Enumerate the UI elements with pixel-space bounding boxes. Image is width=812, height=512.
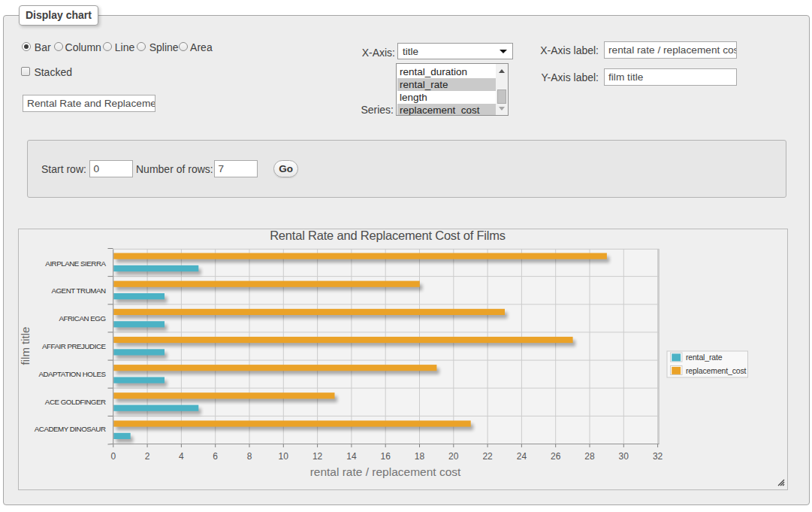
svg-text:8: 8 (247, 451, 252, 462)
svg-text:14: 14 (346, 451, 357, 462)
svg-text:32: 32 (653, 451, 663, 462)
svg-text:4: 4 (179, 451, 184, 462)
svg-text:ADAPTATION HOLES: ADAPTATION HOLES (38, 370, 106, 378)
svg-text:0: 0 (110, 451, 116, 462)
svg-text:AFRICAN EGG: AFRICAN EGG (59, 314, 106, 323)
svg-text:2: 2 (145, 451, 150, 462)
svg-text:rental rate / replacement cost: rental rate / replacement cost (310, 465, 461, 478)
svg-text:22: 22 (482, 451, 493, 462)
svg-text:10: 10 (279, 451, 289, 462)
svg-text:16: 16 (381, 451, 391, 462)
svg-text:film title: film title (19, 327, 32, 365)
svg-text:AFFAIR PREJUDICE: AFFAIR PREJUDICE (42, 342, 107, 350)
svg-text:26: 26 (551, 451, 561, 462)
svg-text:AIRPLANE SIERRA: AIRPLANE SIERRA (45, 259, 106, 268)
svg-text:replacement_cost: replacement_cost (686, 366, 747, 375)
svg-text:ACE GOLDFINGER: ACE GOLDFINGER (45, 398, 106, 406)
svg-text:Rental Rate and Replacement Co: Rental Rate and Replacement Cost of Film… (270, 229, 506, 242)
svg-text:30: 30 (619, 451, 629, 462)
svg-text:28: 28 (584, 451, 595, 462)
svg-text:ACADEMY DINOSAUR: ACADEMY DINOSAUR (35, 425, 106, 433)
svg-text:24: 24 (517, 451, 527, 462)
svg-text:rental_rate: rental_rate (686, 353, 723, 362)
svg-text:20: 20 (448, 451, 459, 462)
svg-text:AGENT TRUMAN: AGENT TRUMAN (51, 286, 105, 295)
svg-text:12: 12 (312, 451, 323, 462)
svg-text:18: 18 (415, 451, 425, 462)
svg-text:6: 6 (213, 451, 218, 462)
